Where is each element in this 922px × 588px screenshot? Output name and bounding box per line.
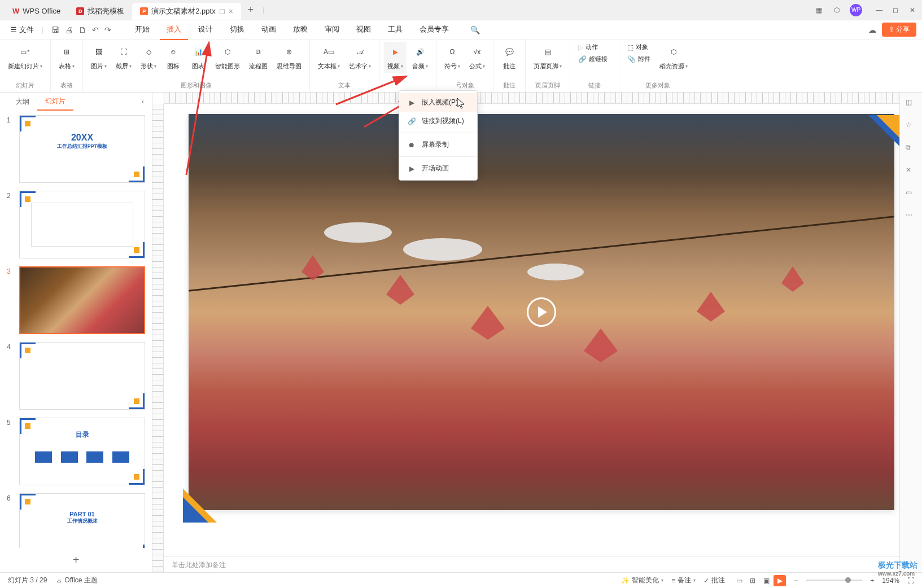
zoom-in-button[interactable]: +: [870, 577, 874, 585]
slide-canvas[interactable]: [189, 114, 894, 510]
slide-thumb-2[interactable]: [19, 191, 145, 258]
sidebar-star-icon[interactable]: ☆: [906, 121, 917, 132]
slide-thumb-row: 6 PART 01工作情况概述: [7, 493, 145, 548]
close-window-icon[interactable]: ✕: [910, 6, 917, 14]
wordart-icon: 𝒜: [352, 44, 368, 60]
screenshot-button[interactable]: ⛶截屏▾: [112, 42, 135, 73]
slides-list[interactable]: 1 20XX工作总结汇报PPT模板 2 3 4: [0, 111, 152, 548]
normal-view-button[interactable]: ▭: [733, 575, 745, 586]
app-title-tab[interactable]: W WPS Office: [5, 3, 68, 20]
close-icon[interactable]: ×: [229, 7, 233, 16]
header-footer-button[interactable]: ▤页眉页脚▾: [530, 42, 565, 73]
template-tab[interactable]: D 找稻壳模板: [68, 3, 132, 20]
notes-input[interactable]: 单击此处添加备注: [164, 556, 899, 572]
slide-video-placeholder[interactable]: [189, 114, 894, 510]
maximize-icon[interactable]: ◻: [893, 6, 901, 14]
save-icon[interactable]: 🖫: [51, 25, 59, 34]
chart-button[interactable]: 📊图表: [187, 42, 209, 73]
tab-slideshow[interactable]: 放映: [286, 20, 314, 40]
sidebar-more-icon[interactable]: ⋯: [906, 211, 917, 222]
smartart-button[interactable]: ⬡智能图形: [212, 42, 243, 73]
collapse-icon[interactable]: ‹: [142, 98, 144, 106]
slide-thumb-1[interactable]: 20XX工作总结汇报PPT模板: [19, 115, 145, 183]
shapes-icon: ◇: [141, 44, 156, 60]
fit-button[interactable]: ⛶: [907, 577, 914, 585]
sorter-view-button[interactable]: ⊞: [746, 575, 759, 586]
search-icon[interactable]: 🔍: [470, 25, 480, 34]
audio-button[interactable]: 🔊音频▾: [409, 42, 431, 73]
print-preview-icon[interactable]: 🗋: [78, 25, 86, 34]
tab-view[interactable]: 视图: [349, 20, 378, 40]
undo-icon[interactable]: ↶: [92, 25, 99, 34]
grid-icon[interactable]: ▦: [814, 5, 824, 15]
picture-button[interactable]: 🖼图片▾: [88, 42, 110, 73]
cloud-icon[interactable]: ☁: [868, 25, 876, 34]
print-icon[interactable]: 🖨: [65, 25, 73, 34]
file-menu-button[interactable]: ☰ 文件: [6, 23, 38, 37]
sidebar-tool-icon[interactable]: ◫: [906, 98, 917, 109]
equation-button[interactable]: √x公式▾: [466, 42, 488, 73]
hamburger-icon: ☰: [10, 25, 17, 34]
sidebar-book-icon[interactable]: ▭: [906, 188, 917, 200]
outline-tab[interactable]: 大纲: [8, 94, 37, 110]
beautify-button[interactable]: ✨智能美化▾: [621, 576, 663, 585]
reading-view-button[interactable]: ▣: [760, 575, 772, 586]
new-slide-button[interactable]: ▭⁺ 新建幻灯片▾: [5, 42, 46, 73]
slide-canvas-area[interactable]: [164, 104, 899, 556]
textbox-button[interactable]: A▭文本框▾: [314, 42, 343, 73]
comments-toggle[interactable]: ✓批注: [703, 576, 725, 585]
embed-video-item[interactable]: ▶ 嵌入视频(P): [399, 93, 477, 112]
slide-thumb-6[interactable]: PART 01工作情况概述: [19, 493, 145, 548]
ribbon-group-header: ▤页眉页脚▾ 页眉页脚: [526, 40, 570, 92]
ruler-vertical[interactable]: [152, 104, 164, 572]
slide-thumb-4[interactable]: [19, 342, 145, 410]
play-button-icon[interactable]: [527, 297, 556, 327]
sidebar-layers-icon[interactable]: ⧉: [906, 143, 917, 155]
attachment-button[interactable]: 📎附件: [624, 54, 654, 64]
screen-record-item[interactable]: ⏺ 屏幕录制: [399, 135, 477, 154]
tab-restore-icon[interactable]: ◻: [219, 7, 225, 15]
share-button[interactable]: ⇪ 分享: [882, 23, 916, 37]
flowchart-button[interactable]: ⧉流程图: [246, 42, 271, 73]
user-avatar[interactable]: WP: [850, 4, 862, 16]
tab-member[interactable]: 会员专享: [413, 20, 456, 40]
wordart-button[interactable]: 𝒜艺术字▾: [346, 42, 374, 73]
tab-start[interactable]: 开始: [128, 20, 156, 40]
opening-animation-item[interactable]: ▶ 开场动画: [399, 159, 477, 178]
tab-insert[interactable]: 插入: [160, 20, 188, 40]
link-icon: 🔗: [578, 55, 587, 63]
notes-toggle[interactable]: ≡备注▾: [671, 576, 696, 585]
cube-icon[interactable]: ⬡: [832, 5, 842, 15]
add-tab-button[interactable]: +: [241, 4, 261, 16]
tab-design[interactable]: 设计: [191, 20, 220, 40]
redo-icon[interactable]: ↷: [104, 25, 111, 34]
mindmap-button[interactable]: ⊛思维导图: [273, 42, 305, 73]
icon-button[interactable]: ☺图标: [162, 42, 185, 73]
zoom-slider[interactable]: [806, 580, 862, 581]
sidebar-settings-icon[interactable]: ✕: [906, 166, 917, 177]
tab-transition[interactable]: 切换: [223, 20, 251, 40]
tab-animation[interactable]: 动画: [255, 20, 283, 40]
resources-button[interactable]: ⬡稻壳资源▾: [656, 42, 691, 73]
tab-tools[interactable]: 工具: [381, 20, 409, 40]
slideshow-view-button[interactable]: ▶: [774, 575, 786, 586]
slides-tab[interactable]: 幻灯片: [37, 93, 73, 111]
theme-button[interactable]: ☼Office 主题: [56, 576, 97, 585]
document-tab[interactable]: P 演示文稿素材2.pptx ◻ ×: [132, 3, 241, 20]
add-slide-button[interactable]: +: [0, 548, 152, 572]
zoom-out-button[interactable]: −: [794, 577, 798, 585]
tab-label: 演示文稿素材2.pptx: [151, 6, 215, 16]
ribbon-group-text: A▭文本框▾ 𝒜艺术字▾ 文本: [310, 40, 379, 92]
minimize-icon[interactable]: —: [876, 6, 884, 14]
slide-thumb-5[interactable]: 目录: [19, 418, 145, 485]
shapes-button[interactable]: ◇形状▾: [137, 42, 160, 73]
link-video-item[interactable]: 🔗 链接到视频(L): [399, 112, 477, 130]
slide-thumb-3[interactable]: [19, 266, 145, 334]
tab-review[interactable]: 审阅: [318, 20, 346, 40]
object-button[interactable]: ⬚对象: [624, 42, 654, 52]
zoom-level[interactable]: 194%: [882, 577, 899, 585]
ruler-horizontal[interactable]: [164, 93, 899, 104]
comment-button[interactable]: 💬批注: [498, 42, 521, 73]
video-button[interactable]: ▶视频▾: [384, 42, 407, 73]
table-button[interactable]: ⊞ 表格▾: [55, 42, 78, 73]
